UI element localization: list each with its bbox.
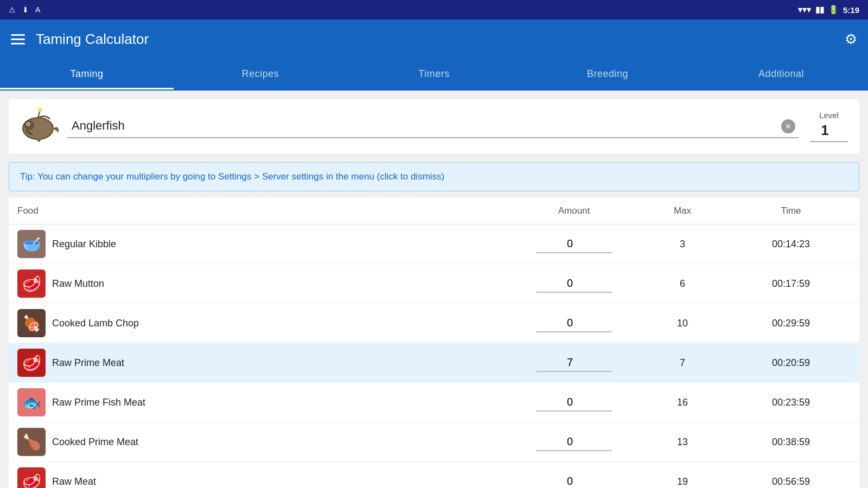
amount-input[interactable] xyxy=(536,354,612,372)
status-right: ▾▾▾ ▮▮ 🔋 5:19 xyxy=(798,5,859,15)
tip-bar[interactable]: Tip: You can change your multipliers by … xyxy=(9,162,859,191)
tab-taming[interactable]: Taming xyxy=(0,59,174,89)
amount-cell xyxy=(514,394,634,412)
svg-point-5 xyxy=(38,107,42,112)
hamburger-menu[interactable] xyxy=(11,34,25,44)
header-amount: Amount xyxy=(514,206,634,216)
a-icon: A xyxy=(35,5,40,14)
food-name-cell: 🥩 Raw Mutton xyxy=(17,269,514,298)
food-name-cell: 🐟 Raw Prime Fish Meat xyxy=(17,388,514,416)
amount-cell xyxy=(514,275,634,293)
food-icon: 🍗 xyxy=(17,428,46,456)
max-cell: 3 xyxy=(634,239,731,250)
amount-cell xyxy=(514,354,634,372)
max-cell: 16 xyxy=(634,397,731,408)
food-name-label: Raw Meat xyxy=(52,476,96,487)
search-section: ✕ Level xyxy=(9,99,859,153)
time-cell: 00:29:59 xyxy=(731,318,851,329)
download-icon: ⬇ xyxy=(22,5,29,14)
app-title: Taming Calculator xyxy=(36,31,149,48)
table-header: Food Amount Max Time xyxy=(9,198,859,224)
creature-icon xyxy=(17,105,61,148)
tab-breeding[interactable]: Breeding xyxy=(521,59,694,89)
alert-icon: ⚠ xyxy=(9,5,16,14)
signal-icon: ▮▮ xyxy=(815,5,824,15)
level-label: Level xyxy=(807,111,851,120)
level-section: Level xyxy=(807,111,851,142)
max-cell: 19 xyxy=(634,476,731,487)
food-row: 🥣 Regular Kibble 3 00:14:23 xyxy=(9,224,859,264)
amount-cell xyxy=(514,433,634,451)
time-cell: 00:38:59 xyxy=(731,436,851,448)
amount-input[interactable] xyxy=(536,314,612,332)
food-icon: 🐟 xyxy=(17,388,46,416)
food-table: Food Amount Max Time 🥣 Regular Kibble 3 … xyxy=(9,198,859,488)
food-icon: 🥩 xyxy=(17,269,46,298)
svg-point-3 xyxy=(28,124,29,125)
wifi-icon: ▾▾▾ xyxy=(798,5,811,15)
app-bar-left: Taming Calculator xyxy=(11,31,149,48)
max-cell: 10 xyxy=(634,318,731,329)
food-name-cell: 🥩 Raw Prime Meat xyxy=(17,349,514,377)
food-name-cell: 🍗 Cooked Prime Meat xyxy=(17,428,514,456)
food-row: 🥩 Raw Mutton 6 00:17:59 xyxy=(9,264,859,304)
food-icon: 🍖 xyxy=(17,309,46,337)
food-rows-container: 🥣 Regular Kibble 3 00:14:23 🥩 Raw Mutton… xyxy=(9,224,859,488)
time-cell: 00:56:59 xyxy=(731,476,851,487)
food-row: 🍗 Cooked Prime Meat 13 00:38:59 xyxy=(9,422,859,462)
status-bar: ⚠ ⬇ A ▾▾▾ ▮▮ 🔋 5:19 xyxy=(0,0,868,20)
max-cell: 6 xyxy=(634,278,731,290)
search-and-level: ✕ Level xyxy=(67,111,851,142)
app-bar: Taming Calculator ⚙ xyxy=(0,20,868,59)
settings-button[interactable]: ⚙ xyxy=(845,31,857,48)
time-cell: 00:23:59 xyxy=(731,397,851,408)
food-row: 🍖 Cooked Lamb Chop 10 00:29:59 xyxy=(9,304,859,343)
tab-additional[interactable]: Additional xyxy=(694,59,868,89)
food-row: 🥩 Raw Prime Meat 7 00:20:59 xyxy=(9,343,859,383)
tab-timers[interactable]: Timers xyxy=(347,59,521,89)
amount-cell xyxy=(514,473,634,489)
time-display: 5:19 xyxy=(843,5,859,15)
food-name-label: Raw Prime Meat xyxy=(52,357,124,369)
food-row: 🥩 Raw Meat 19 00:56:59 xyxy=(9,462,859,488)
clear-search-button[interactable]: ✕ xyxy=(781,119,795,133)
food-name-cell: 🥣 Regular Kibble xyxy=(17,230,514,258)
food-name-cell: 🍖 Cooked Lamb Chop xyxy=(17,309,514,337)
food-name-label: Raw Prime Fish Meat xyxy=(52,397,145,408)
food-icon: 🥩 xyxy=(17,349,46,377)
tab-bar: Taming Recipes Timers Breeding Additiona… xyxy=(0,59,868,91)
time-cell: 00:17:59 xyxy=(731,278,851,290)
battery-icon: 🔋 xyxy=(828,5,839,15)
amount-input[interactable] xyxy=(536,235,612,253)
food-icon: 🥣 xyxy=(17,230,46,258)
food-name-cell: 🥩 Raw Meat xyxy=(17,467,514,488)
food-icon: 🥩 xyxy=(17,467,46,488)
header-time: Time xyxy=(731,206,851,216)
max-cell: 13 xyxy=(634,436,731,448)
food-name-label: Cooked Lamb Chop xyxy=(52,318,139,329)
food-row: 🐟 Raw Prime Fish Meat 16 00:23:59 xyxy=(9,383,859,422)
header-max: Max xyxy=(634,206,731,216)
food-name-label: Cooked Prime Meat xyxy=(52,436,138,448)
time-cell: 00:14:23 xyxy=(731,239,851,250)
amount-cell xyxy=(514,314,634,332)
amount-input[interactable] xyxy=(536,433,612,451)
creature-search-input[interactable] xyxy=(67,114,799,138)
amount-input[interactable] xyxy=(536,394,612,412)
food-name-label: Regular Kibble xyxy=(52,239,116,250)
main-content: ✕ Level Tip: You can change your multipl… xyxy=(0,91,868,488)
time-cell: 00:20:59 xyxy=(731,357,851,369)
tab-recipes[interactable]: Recipes xyxy=(174,59,347,89)
amount-input[interactable] xyxy=(536,275,612,293)
level-input[interactable] xyxy=(810,120,848,142)
amount-cell xyxy=(514,235,634,253)
amount-input[interactable] xyxy=(536,473,612,489)
status-icons: ⚠ ⬇ A xyxy=(9,5,40,14)
search-input-wrap: ✕ xyxy=(67,114,799,138)
header-food: Food xyxy=(17,206,514,216)
max-cell: 7 xyxy=(634,357,731,369)
food-name-label: Raw Mutton xyxy=(52,278,104,290)
